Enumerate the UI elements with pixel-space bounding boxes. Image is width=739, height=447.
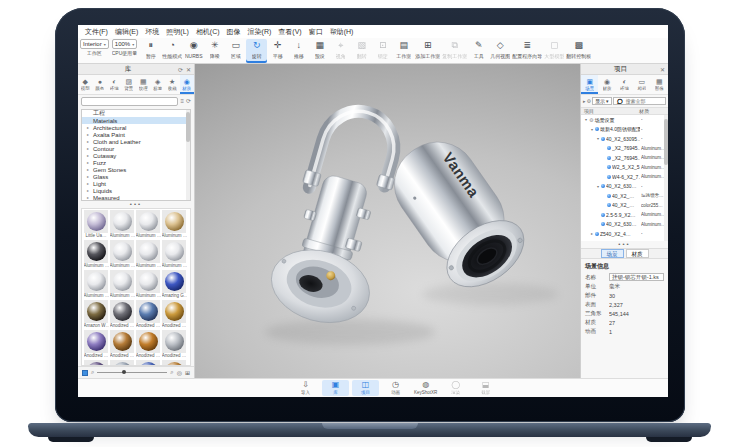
menu-item[interactable]: 相机(C): [196, 27, 220, 37]
material-item[interactable]: Amazing G…: [161, 270, 187, 299]
column-header-item[interactable]: 项目: [584, 108, 639, 114]
library-tab-标签[interactable]: ◈标签: [151, 75, 166, 94]
preview-icon[interactable]: ◎: [177, 369, 182, 376]
menu-item[interactable]: 渲染(R): [248, 27, 272, 37]
library-folder-row[interactable]: Materials: [82, 117, 190, 124]
library-folder-row[interactable]: ▸Cloth and Leather: [82, 138, 190, 145]
ribbon-select[interactable]: 100%▾: [112, 39, 137, 49]
scrollbar-thumb[interactable]: [664, 119, 668, 165]
scene-tree-row[interactable]: ▾最新4.0防锈锁配置…-: [581, 125, 668, 135]
scene-tree-row[interactable]: ▾⚙场景设置-: [581, 115, 668, 125]
menu-item[interactable]: 环境: [145, 27, 159, 37]
render-viewport[interactable]: Vanma: [195, 64, 580, 378]
material-item[interactable]: [109, 360, 135, 366]
project-tab-环境[interactable]: ◐环境: [616, 75, 633, 94]
menu-item[interactable]: 帮助(H): [330, 27, 354, 37]
subtab-场景[interactable]: 场景: [601, 249, 624, 258]
scene-search-box[interactable]: ⌕: [613, 97, 666, 105]
scene-tree-row[interactable]: W2_5_X2_5…Aluminum…: [581, 163, 668, 173]
menu-item[interactable]: 窗口: [309, 27, 323, 37]
material-item[interactable]: Amazon W…: [83, 300, 109, 329]
library-tab-颜色[interactable]: ●颜色: [93, 75, 108, 94]
material-item[interactable]: [135, 360, 161, 366]
project-tab-场景[interactable]: ▣场景: [581, 75, 598, 94]
show-filter-select[interactable]: 显示 ▾: [592, 97, 612, 105]
project-tab-相机[interactable]: ▭相机: [633, 75, 650, 94]
zoom-out-icon[interactable]: ⌕: [91, 369, 94, 376]
library-folder-row[interactable]: ▸Fuzz: [82, 159, 190, 166]
library-search-input[interactable]: [81, 97, 178, 106]
library-tab-收藏[interactable]: ★收藏: [165, 75, 180, 94]
ribbon-button[interactable]: ◉NURBS: [183, 39, 204, 63]
material-item[interactable]: Aluminum …: [109, 240, 135, 269]
ribbon-button[interactable]: ⏸暂停: [140, 39, 161, 63]
scrollbar[interactable]: [664, 115, 668, 241]
more-dots[interactable]: •••: [78, 201, 194, 208]
grid-view-icon[interactable]: ⊞: [185, 369, 190, 376]
scene-tree-row[interactable]: W4-6_X2_7…Aluminum…: [581, 172, 668, 182]
library-folder-row[interactable]: ▸Architectural: [82, 124, 190, 131]
ribbon-button[interactable]: ◔性能模式: [161, 39, 183, 63]
dock-button-导入[interactable]: ⇩导入: [292, 380, 319, 396]
material-item[interactable]: Aluminum …: [135, 270, 161, 299]
ribbon-button[interactable]: ▤工作室: [393, 39, 414, 63]
scene-tree-row[interactable]: ▾40_X2_63095…-: [581, 134, 668, 144]
menu-item[interactable]: 图像: [227, 27, 241, 37]
dock-button-动画[interactable]: ◷动画: [382, 380, 409, 396]
material-item[interactable]: Aluminum …: [109, 270, 135, 299]
view-mode-icon[interactable]: [82, 370, 88, 376]
material-item[interactable]: Anodized …: [109, 330, 135, 359]
close-icon[interactable]: ✕: [660, 66, 665, 73]
zoom-in-icon[interactable]: ⌕: [170, 369, 173, 376]
material-item[interactable]: Aluminum …: [161, 240, 187, 269]
ribbon-button[interactable]: ⊞添加工作室: [414, 39, 441, 63]
list-icon[interactable]: ≡: [180, 97, 184, 106]
library-folder-row[interactable]: ▸Contour: [82, 145, 190, 152]
subtab-材质[interactable]: 材质: [626, 249, 649, 258]
ribbon-button[interactable]: ≣配置程序向导: [511, 39, 543, 63]
material-item[interactable]: Anodized …: [161, 330, 187, 359]
ribbon-button[interactable]: ▦预设: [309, 39, 330, 63]
material-item[interactable]: Aluminum …: [83, 270, 109, 299]
scene-tree-row[interactable]: _X2_76945…Aluminum…: [581, 144, 668, 154]
dock-button-KeyShotXR[interactable]: ◍KeyShotXR: [412, 380, 439, 396]
scrollbar-thumb[interactable]: [186, 112, 190, 142]
project-tab-材质[interactable]: ◉材质: [598, 75, 615, 94]
material-item[interactable]: [161, 360, 187, 366]
scrollbar[interactable]: [186, 110, 190, 200]
slider-thumb[interactable]: [122, 370, 126, 374]
menu-item[interactable]: 文件(F): [85, 27, 108, 37]
library-folder-row[interactable]: ▸Glass: [82, 173, 190, 180]
material-item[interactable]: Anodized …: [109, 300, 135, 329]
library-tab-背景[interactable]: ▨背景: [122, 75, 137, 94]
ribbon-button[interactable]: ↻旋转: [246, 39, 267, 63]
library-tab-环境[interactable]: ◐环境: [107, 75, 122, 94]
more-dots[interactable]: •••: [581, 241, 668, 248]
ribbon-button[interactable]: ↓推移: [288, 39, 309, 63]
refresh-icon[interactable]: ⟳: [178, 66, 183, 73]
library-tab-模型[interactable]: ◆模型: [78, 75, 93, 94]
scene-tree-row[interactable]: ▾40_X2_630…-: [581, 182, 668, 192]
library-folder-row[interactable]: ▸Cutaway: [82, 152, 190, 159]
library-folder-row[interactable]: ▸Axalta Paint: [82, 131, 190, 138]
sync-icon[interactable]: ⟳: [186, 97, 191, 106]
scene-tree-row[interactable]: _X2_76945…Aluminum…: [581, 153, 668, 163]
scene-tree-row[interactable]: 2.5-5.9_X2…Aluminum…: [581, 210, 668, 220]
scene-tree-row[interactable]: 40_X2_…color255…: [581, 201, 668, 211]
library-folder-row[interactable]: 工程: [82, 110, 190, 117]
scene-tree-row[interactable]: 40_X2_…短跳锁舌…: [581, 191, 668, 201]
thumbnail-size-slider[interactable]: [97, 372, 167, 373]
menu-item[interactable]: 查看(V): [278, 27, 301, 37]
ribbon-button[interactable]: ◇几何视图: [489, 39, 511, 63]
library-folder-row[interactable]: ▸Liquids: [82, 187, 190, 194]
expand-icon[interactable]: ▸: [583, 98, 586, 104]
library-folder-row[interactable]: ▸Light: [82, 180, 190, 187]
close-icon[interactable]: ✕: [186, 66, 191, 73]
material-item[interactable]: [83, 360, 109, 366]
ribbon-button[interactable]: ▩翻转控制板: [565, 39, 592, 63]
material-item[interactable]: Aluminum …: [83, 240, 109, 269]
dock-button-库[interactable]: ▣库: [322, 380, 349, 396]
scene-tree-row[interactable]: ▸Z540_X2_4…-: [581, 229, 668, 239]
material-item[interactable]: Little Ua…: [83, 210, 109, 239]
ribbon-select[interactable]: Interior▾: [80, 39, 109, 49]
